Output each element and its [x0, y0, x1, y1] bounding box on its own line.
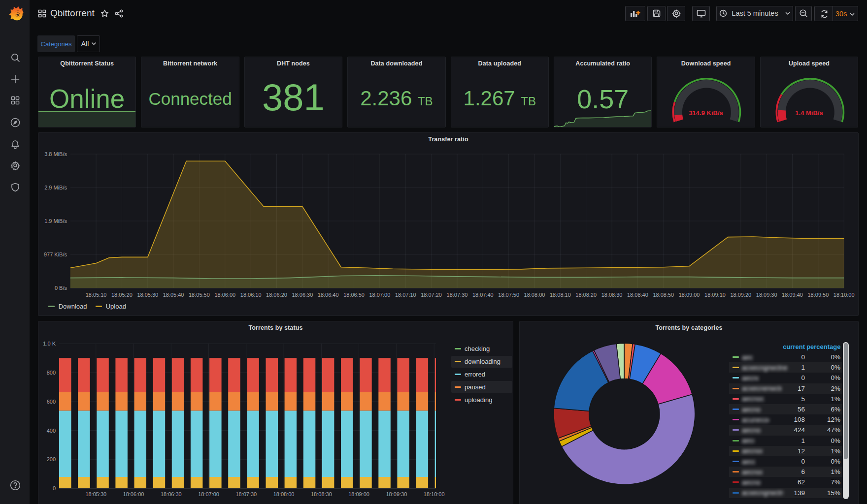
svg-text:18:07:50: 18:07:50: [498, 292, 519, 298]
svg-text:18:07:10: 18:07:10: [395, 292, 416, 298]
svg-text:18:08:30: 18:08:30: [601, 292, 623, 298]
svg-text:18:09:20: 18:09:20: [730, 292, 751, 298]
svg-text:200: 200: [47, 456, 56, 462]
svg-text:18:09:10: 18:09:10: [704, 292, 726, 298]
svg-text:18:05:50: 18:05:50: [189, 292, 210, 298]
svg-text:977 KiB/s: 977 KiB/s: [44, 252, 67, 257]
svg-text:18:06:00: 18:06:00: [214, 292, 235, 298]
svg-text:18:05:40: 18:05:40: [163, 292, 184, 298]
svg-text:0: 0: [53, 485, 56, 491]
svg-text:1.0 K: 1.0 K: [43, 341, 56, 346]
svg-text:18:08:00: 18:08:00: [524, 292, 545, 298]
svg-text:18:06:30: 18:06:30: [292, 292, 313, 298]
svg-text:18:05:30: 18:05:30: [137, 292, 158, 298]
svg-text:18:10:00: 18:10:00: [424, 491, 445, 497]
svg-text:18:08:20: 18:08:20: [575, 292, 597, 298]
svg-text:18:08:40: 18:08:40: [627, 292, 648, 298]
svg-text:18:05:10: 18:05:10: [86, 292, 107, 298]
svg-text:18:08:00: 18:08:00: [273, 491, 295, 497]
svg-text:18:10:00: 18:10:00: [834, 292, 855, 298]
svg-text:18:07:00: 18:07:00: [198, 491, 219, 497]
svg-text:18:09:00: 18:09:00: [348, 491, 369, 497]
svg-text:18:06:10: 18:06:10: [240, 292, 262, 298]
svg-text:400: 400: [47, 427, 56, 433]
svg-text:18:07:30: 18:07:30: [447, 292, 468, 298]
svg-text:18:09:30: 18:09:30: [386, 491, 407, 497]
svg-text:600: 600: [47, 398, 56, 404]
svg-text:18:09:40: 18:09:40: [782, 292, 803, 298]
svg-text:3.8 MiB/s: 3.8 MiB/s: [44, 151, 67, 157]
svg-text:18:07:00: 18:07:00: [369, 292, 390, 298]
svg-text:18:05:20: 18:05:20: [111, 292, 133, 298]
svg-text:18:06:30: 18:06:30: [161, 491, 182, 497]
svg-text:18:07:30: 18:07:30: [235, 491, 257, 497]
svg-text:18:08:50: 18:08:50: [653, 292, 674, 298]
svg-text:18:06:40: 18:06:40: [318, 292, 339, 298]
svg-text:18:09:00: 18:09:00: [679, 292, 700, 298]
svg-text:0 B/s: 0 B/s: [55, 285, 67, 291]
svg-text:18:09:50: 18:09:50: [807, 292, 829, 298]
svg-text:18:08:30: 18:08:30: [311, 491, 332, 497]
svg-text:18:07:40: 18:07:40: [472, 292, 494, 298]
svg-text:18:08:10: 18:08:10: [550, 292, 571, 298]
svg-text:18:09:30: 18:09:30: [756, 292, 777, 298]
svg-text:1.9 MiB/s: 1.9 MiB/s: [44, 218, 67, 224]
svg-text:18:06:00: 18:06:00: [123, 491, 144, 497]
svg-text:800: 800: [47, 370, 56, 376]
svg-text:18:06:20: 18:06:20: [266, 292, 287, 298]
svg-text:18:05:30: 18:05:30: [85, 491, 106, 497]
svg-text:18:06:50: 18:06:50: [343, 292, 365, 298]
svg-text:2.9 MiB/s: 2.9 MiB/s: [44, 185, 67, 190]
svg-text:18:07:20: 18:07:20: [421, 292, 442, 298]
